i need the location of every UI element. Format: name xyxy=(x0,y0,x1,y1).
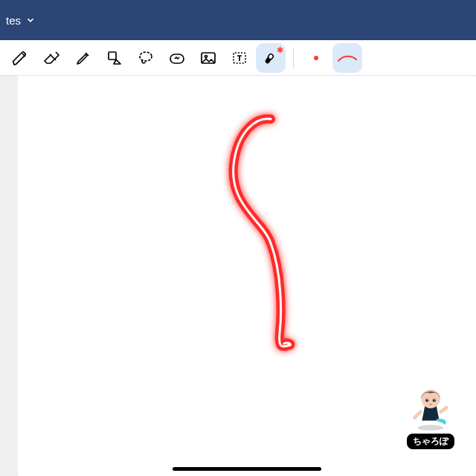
svg-rect-0 xyxy=(109,52,116,60)
pen-icon xyxy=(12,49,30,67)
laser-indicator-icon: ✱ xyxy=(277,46,283,54)
text-tool[interactable] xyxy=(225,43,254,73)
document-title-text: tes xyxy=(6,14,21,27)
svg-point-4 xyxy=(205,55,208,57)
content-area: ちゃろぽ xyxy=(0,76,476,476)
header-bar: tes xyxy=(0,0,476,40)
color-dot-icon xyxy=(314,56,318,60)
document-title-dropdown[interactable]: tes xyxy=(6,14,36,27)
eraser-icon xyxy=(43,49,61,67)
shape-icon xyxy=(106,49,123,67)
home-indicator[interactable] xyxy=(173,467,321,471)
eraser-tool[interactable] xyxy=(37,43,67,73)
svg-point-1 xyxy=(140,52,152,61)
highlighter-tool[interactable] xyxy=(68,43,98,73)
text-icon xyxy=(231,49,248,67)
app-root: tes ✱ xyxy=(0,0,476,476)
image-icon xyxy=(199,49,217,67)
stroke-preview[interactable] xyxy=(332,43,362,73)
laser-stroke xyxy=(18,76,476,476)
color-picker[interactable] xyxy=(301,43,331,73)
sticker-tool[interactable] xyxy=(162,43,192,73)
stroke-preview-icon xyxy=(337,52,358,64)
highlighter-icon xyxy=(74,49,92,67)
drawing-canvas[interactable]: ちゃろぽ xyxy=(18,76,476,476)
toolbar-divider xyxy=(293,48,294,68)
laser-pointer-tool[interactable]: ✱ xyxy=(256,43,286,73)
left-gutter xyxy=(0,76,18,476)
shape-tool[interactable] xyxy=(100,43,129,73)
toolbar: ✱ xyxy=(0,40,476,76)
lasso-icon xyxy=(137,49,155,67)
lasso-tool[interactable] xyxy=(131,43,161,73)
pen-tool[interactable] xyxy=(6,43,36,73)
sticker-icon xyxy=(168,49,186,67)
chevron-down-icon xyxy=(25,15,36,25)
image-tool[interactable] xyxy=(193,43,223,73)
